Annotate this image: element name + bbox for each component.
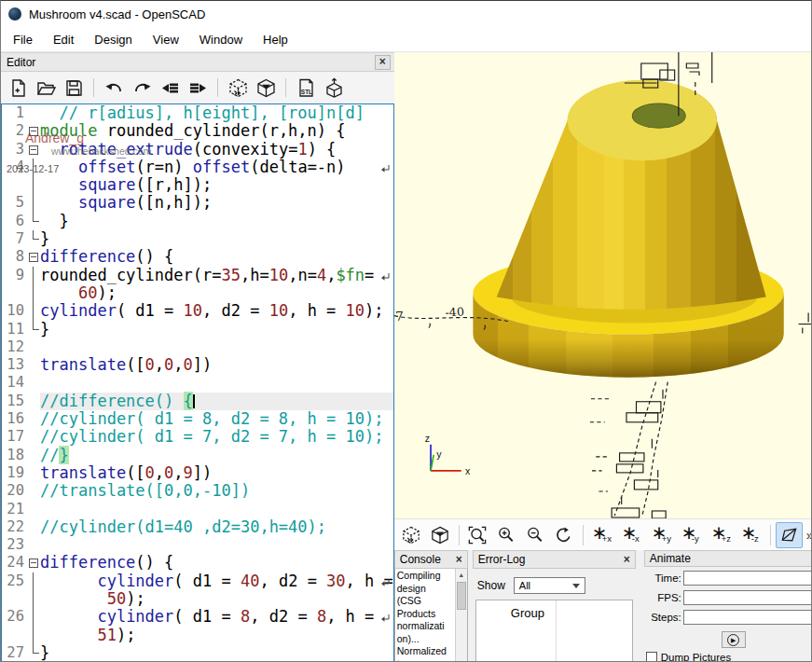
window-title: Mushroom v4.scad - OpenSCAD <box>29 7 205 21</box>
fold-marker-icon[interactable] <box>27 554 40 572</box>
editor-panel: Editor × STL 1 // r[adius], h[ <box>1 52 394 662</box>
unindent-button[interactable] <box>158 76 182 100</box>
export-stl-button[interactable]: STL <box>294 76 318 100</box>
code-text: difference() { <box>40 248 393 266</box>
code-text: offset(r=n) offset(delta=-n) <box>40 159 393 176</box>
fold-margin <box>27 374 40 392</box>
redo-button[interactable] <box>130 76 154 100</box>
toolbar-separator <box>770 525 771 545</box>
code-row: 18//} <box>2 447 393 464</box>
console-line: normalizati <box>397 620 455 633</box>
bottom-docks: Console × Compilingdesign(CSGProductsnor… <box>394 550 812 662</box>
menu-item-edit[interactable]: Edit <box>43 29 84 50</box>
code-text: //cylinder(d1=40 ,d2=30,h=40); <box>40 518 393 536</box>
code-row: 19translate([0,0,9]) <box>2 464 393 482</box>
errorlog-title: Error-Log <box>478 553 526 566</box>
code-row: 27} <box>2 644 393 662</box>
preview-button[interactable] <box>226 76 250 100</box>
animate-header: Animate × <box>644 550 812 567</box>
fold-margin <box>27 482 40 500</box>
render-button[interactable] <box>254 76 278 100</box>
view-minus-y-button[interactable]: ∗-y <box>678 522 706 548</box>
view-preview-button[interactable] <box>398 522 425 548</box>
console-line: Compiling <box>397 570 455 583</box>
fps-input[interactable] <box>683 590 812 605</box>
code-text: // r[adius], h[eight], [rou]n[d] <box>40 104 393 122</box>
console-close-button[interactable]: × <box>454 553 464 566</box>
zoom-out-button[interactable] <box>522 522 549 548</box>
fold-marker-icon[interactable] <box>27 248 40 266</box>
menu-item-file[interactable]: File <box>3 29 43 50</box>
menu-item-help[interactable]: Help <box>253 29 298 50</box>
time-label: Time: <box>646 572 683 584</box>
code-text <box>40 338 393 356</box>
toolbar-overflow-button[interactable]: » <box>805 528 812 543</box>
view-minus-x-button[interactable]: ∗-x <box>618 522 646 548</box>
show-filter-select[interactable]: All <box>514 577 585 594</box>
fold-marker-icon[interactable] <box>27 141 40 159</box>
menu-item-window[interactable]: Window <box>189 29 253 50</box>
line-number: 25 <box>2 572 27 590</box>
code-text <box>40 374 393 392</box>
code-row: 12 <box>2 338 393 356</box>
openscad-logo-icon <box>8 7 21 21</box>
code-row: 17//cylinder( d1 = 7, d2 = 7, h = 10); <box>2 428 393 446</box>
line-number <box>2 176 27 194</box>
line-number: 18 <box>2 447 27 464</box>
view-plus-z-button[interactable]: ∗+z <box>708 522 736 548</box>
menu-item-view[interactable]: View <box>143 29 189 50</box>
line-number: 16 <box>2 410 27 428</box>
play-button[interactable]: ▶ <box>722 631 746 648</box>
view-plus-x-button[interactable]: ∗+x <box>588 522 616 548</box>
new-file-button[interactable] <box>6 76 30 100</box>
fold-margin <box>27 159 40 176</box>
view-toolbar: ∗+x ∗-x ∗+y ∗-y ∗+z ∗-z » <box>394 518 812 550</box>
scroll-up-icon[interactable]: ▲ <box>456 569 467 581</box>
viewport-3d[interactable]: x z y <box>394 52 812 518</box>
steps-input[interactable] <box>683 610 812 625</box>
line-number: 12 <box>2 338 27 356</box>
errorlog-panel: Error-Log × Show All Group <box>473 550 636 662</box>
code-text: } <box>40 213 393 230</box>
line-number: 3 <box>2 141 27 159</box>
code-text: difference() { <box>40 554 393 572</box>
toolbar-separator <box>93 78 94 97</box>
zoom-all-button[interactable] <box>464 522 491 548</box>
code-row: 60); <box>2 284 393 302</box>
dump-pictures-checkbox[interactable] <box>646 652 657 662</box>
fold-margin <box>27 194 40 212</box>
indent-button[interactable] <box>186 76 210 100</box>
menu-item-design[interactable]: Design <box>84 29 142 50</box>
show-filter-label: Show <box>477 579 505 592</box>
scrollbar-thumb[interactable] <box>457 582 466 610</box>
dock-splitter[interactable] <box>636 550 644 662</box>
fold-margin <box>27 428 40 446</box>
view-plus-y-button[interactable]: ∗+y <box>648 522 676 548</box>
axis-label-x: x <box>465 466 471 476</box>
code-area[interactable]: 1 // r[adius], h[eight], [rou]n[d]2modul… <box>1 103 394 662</box>
export-model-button[interactable] <box>322 76 346 100</box>
fold-margin <box>27 536 40 554</box>
mushroom-model <box>473 80 783 378</box>
code-text: 60); <box>40 284 393 302</box>
perspective-button[interactable] <box>776 522 803 548</box>
view-minus-z-button[interactable]: ∗-z <box>737 522 765 548</box>
code-text: cylinder( d1 = 8, d2 = 8, h = <box>40 608 393 626</box>
errorlog-close-button[interactable]: × <box>622 553 632 566</box>
reset-view-button[interactable] <box>551 522 578 548</box>
zoom-in-button[interactable] <box>493 522 520 548</box>
code-row: 8difference() { <box>2 248 393 266</box>
fold-marker-icon[interactable] <box>27 122 40 140</box>
save-file-button[interactable] <box>62 76 86 100</box>
console-scrollbar[interactable]: ▲ <box>455 569 467 662</box>
code-row: 2module rounded_cylinder(r,h,n) { <box>2 122 393 140</box>
undo-button[interactable] <box>102 76 126 100</box>
code-row: 4 offset(r=n) offset(delta=-n) <box>2 159 393 176</box>
open-file-button[interactable] <box>34 76 58 100</box>
line-number: 23 <box>2 536 27 554</box>
editor-close-button[interactable]: × <box>375 55 391 70</box>
time-input[interactable] <box>683 571 812 586</box>
code-row: square([r,h]); <box>2 176 393 194</box>
view-render-button[interactable] <box>427 522 454 548</box>
console-header: Console × <box>394 550 468 569</box>
